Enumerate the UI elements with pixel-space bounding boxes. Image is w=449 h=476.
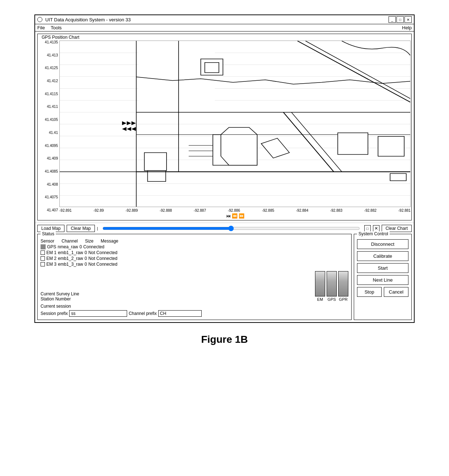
status-em2-size: 0 bbox=[84, 256, 87, 261]
indicator-bars: EM GPS GPR bbox=[315, 271, 348, 302]
x-nav-next[interactable]: ⏩ bbox=[239, 213, 244, 219]
status-panel: Status Sensor Channel Size Message GPS n… bbox=[37, 234, 352, 320]
gpr-indicator: GPR bbox=[338, 271, 348, 302]
clear-map-button[interactable]: Clear Map bbox=[67, 225, 95, 232]
station-label: Station Number bbox=[41, 296, 79, 302]
app-window: UIT Data Acquisition System - version 33… bbox=[34, 14, 415, 323]
menu-help[interactable]: Help bbox=[402, 25, 412, 30]
x-nav-first[interactable]: ⏮ bbox=[226, 213, 231, 219]
title-bar-controls: _ □ ✕ bbox=[389, 16, 412, 23]
calibrate-button[interactable]: Calibrate bbox=[357, 251, 408, 261]
svg-text:◀◀◀: ◀◀◀ bbox=[122, 126, 136, 131]
app-title: UIT Data Acquisition System - version 33 bbox=[45, 17, 131, 22]
y-label-6: 41.4105 bbox=[40, 118, 58, 122]
chart-slider[interactable] bbox=[102, 226, 360, 231]
start-button[interactable]: Start bbox=[357, 263, 408, 273]
chart-checkbox[interactable]: □ bbox=[364, 225, 371, 232]
status-em3-sensor: EM 3 bbox=[46, 262, 56, 267]
title-bar-left: UIT Data Acquisition System - version 33 bbox=[37, 17, 131, 22]
load-map-button[interactable]: Load Map bbox=[37, 225, 64, 232]
y-label-11: 41.408 bbox=[40, 183, 58, 186]
stop-button[interactable]: Stop bbox=[357, 287, 382, 297]
control-panel: System Control Disconnect Calibrate Star… bbox=[354, 234, 412, 320]
gpr-bar bbox=[338, 271, 348, 296]
session-prefix-input[interactable] bbox=[69, 310, 127, 317]
session-prefix-label: Session prefix bbox=[41, 311, 68, 316]
status-gps-message: Connected bbox=[83, 244, 104, 249]
chart-main: 41.4135 41.413 41.4125 41.412 41.4115 41… bbox=[38, 41, 411, 219]
next-line-button[interactable]: Next Line bbox=[357, 275, 408, 285]
svg-rect-26 bbox=[148, 170, 166, 181]
clear-chart-button[interactable]: Clear Chart bbox=[382, 225, 412, 232]
status-em2-channel: emb1_2_raw bbox=[58, 256, 83, 261]
status-col-sensor: Sensor bbox=[41, 239, 54, 244]
status-em2-sensor: EM 2 bbox=[46, 256, 56, 261]
status-em1-message: Not Connected bbox=[88, 250, 117, 255]
x-label-0: -92.891 bbox=[59, 208, 72, 212]
survey-info: Current Survey Line Station Number bbox=[41, 291, 79, 302]
y-label-1: 41.413 bbox=[40, 54, 58, 57]
y-axis: 41.4135 41.413 41.4125 41.412 41.4115 41… bbox=[38, 41, 59, 219]
status-em1-channel: emb1_1_raw bbox=[58, 250, 83, 255]
x-label-8: -92.883 bbox=[330, 208, 343, 212]
x-nav-prev[interactable]: ⏪ bbox=[232, 213, 238, 219]
svg-text:▶▶▶: ▶▶▶ bbox=[122, 120, 136, 126]
channel-prefix-input[interactable] bbox=[158, 310, 202, 317]
status-row-gps: GPS nmea_raw 0 Connected bbox=[41, 244, 348, 249]
status-gps-size: 0 bbox=[79, 244, 82, 249]
survey-line-label: Current Survey Line bbox=[41, 291, 79, 296]
status-em3-message: Not Connected bbox=[88, 262, 117, 267]
svg-rect-22 bbox=[205, 63, 219, 73]
em1-checkbox[interactable] bbox=[41, 250, 45, 255]
control-panel-label: System Control bbox=[357, 231, 390, 236]
svg-rect-30 bbox=[338, 133, 368, 155]
status-col-message: Message bbox=[101, 239, 118, 244]
gpr-bar-label: GPR bbox=[339, 297, 348, 302]
y-label-5: 41.411 bbox=[40, 105, 58, 109]
gps-indicator: GPS bbox=[327, 271, 337, 302]
chart-canvas: ▶▶▶ ◀◀◀ bbox=[59, 41, 411, 207]
x-label-5: -92.886 bbox=[228, 208, 240, 212]
chart-x-icon[interactable]: ✕ bbox=[373, 225, 379, 232]
status-row-em1: EM 1 emb1_1_raw 0 Not Connected bbox=[41, 250, 348, 255]
minimize-button[interactable]: _ bbox=[389, 16, 396, 23]
svg-rect-0 bbox=[60, 41, 410, 207]
x-axis: -92.891 -92.89 -92.889 -92.888 -92.887 -… bbox=[59, 207, 411, 212]
y-label-3: 41.412 bbox=[40, 79, 58, 83]
cancel-button[interactable]: Cancel bbox=[384, 287, 408, 297]
menu-file[interactable]: File bbox=[37, 25, 45, 30]
status-panel-label: Status bbox=[41, 231, 56, 236]
svg-rect-38 bbox=[390, 173, 406, 181]
stop-cancel-row: Stop Cancel bbox=[357, 287, 408, 297]
em2-checkbox[interactable] bbox=[41, 256, 45, 261]
svg-rect-31 bbox=[378, 136, 404, 156]
y-label-12: 41.4075 bbox=[40, 195, 58, 199]
chart-canvas-wrap: ▶▶▶ ◀◀◀ -92.891 -92.89 -92.889 -92.888 -… bbox=[59, 41, 411, 219]
y-label-7: 41.41 bbox=[40, 131, 58, 135]
menu-left: File Tools bbox=[37, 25, 62, 30]
y-label-13: 41.407 bbox=[40, 208, 58, 212]
x-axis-nav: ⏮ ⏪ ⏩ bbox=[59, 212, 411, 219]
em3-checkbox[interactable] bbox=[41, 262, 45, 266]
status-row-em2: EM 2 emb1_2_raw 0 Not Connected bbox=[41, 256, 348, 261]
slider-separator: | bbox=[97, 226, 98, 231]
svg-rect-25 bbox=[144, 153, 167, 171]
x-label-7: -92.884 bbox=[296, 208, 309, 212]
status-em3-size: 0 bbox=[84, 262, 87, 267]
close-button[interactable]: ✕ bbox=[404, 16, 412, 23]
y-label-8: 41.4095 bbox=[40, 144, 58, 148]
menu-tools[interactable]: Tools bbox=[51, 25, 62, 30]
x-label-2: -92.889 bbox=[126, 208, 138, 212]
x-label-9: -92.882 bbox=[364, 208, 377, 212]
x-label-10: -92.881 bbox=[398, 208, 411, 212]
svg-marker-24 bbox=[221, 127, 257, 165]
status-gps-channel: nmea_raw bbox=[58, 244, 78, 249]
chart-area: 41.4135 41.413 41.4125 41.412 41.4115 41… bbox=[38, 34, 411, 220]
em-bar bbox=[315, 271, 325, 296]
status-col-channel: Channel bbox=[62, 239, 78, 244]
status-col-size: Size bbox=[85, 239, 93, 244]
maximize-button[interactable]: □ bbox=[396, 16, 404, 23]
y-label-9: 41.409 bbox=[40, 157, 58, 160]
disconnect-button[interactable]: Disconnect bbox=[357, 239, 408, 249]
chart-section-label: GPS Position Chart bbox=[41, 35, 80, 40]
